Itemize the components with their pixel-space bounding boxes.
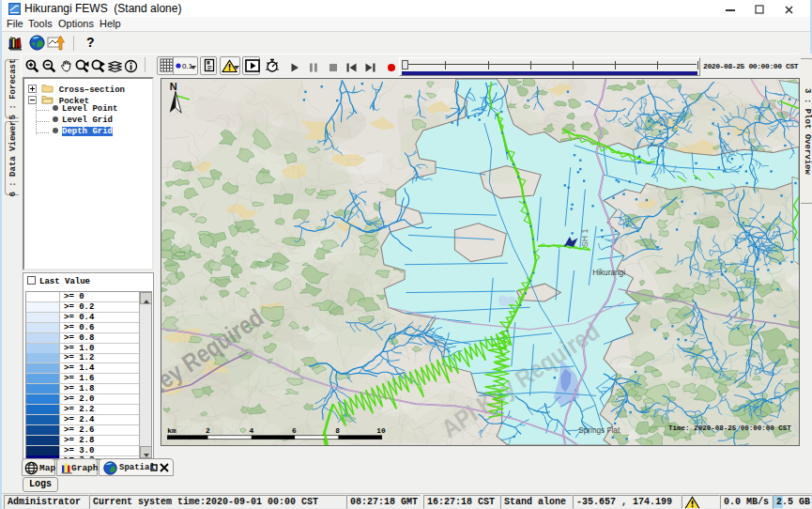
svg-text:2: 2 bbox=[206, 426, 210, 435]
svg-text:km: km bbox=[167, 426, 176, 435]
svg-text:Hikurangi: Hikurangi bbox=[592, 269, 625, 277]
svg-text:N: N bbox=[170, 81, 177, 92]
svg-text:Time: 2020-08-25 00:00:00 CST: Time: 2020-08-25 00:00:00 CST bbox=[668, 424, 791, 432]
svg-text:6: 6 bbox=[292, 426, 297, 435]
svg-text:8: 8 bbox=[335, 426, 340, 435]
svg-text:Springs Flat: Springs Flat bbox=[578, 426, 620, 435]
svg-text:SH 1: SH 1 bbox=[580, 229, 590, 247]
svg-text:4: 4 bbox=[249, 426, 253, 435]
svg-text:10: 10 bbox=[376, 426, 386, 435]
